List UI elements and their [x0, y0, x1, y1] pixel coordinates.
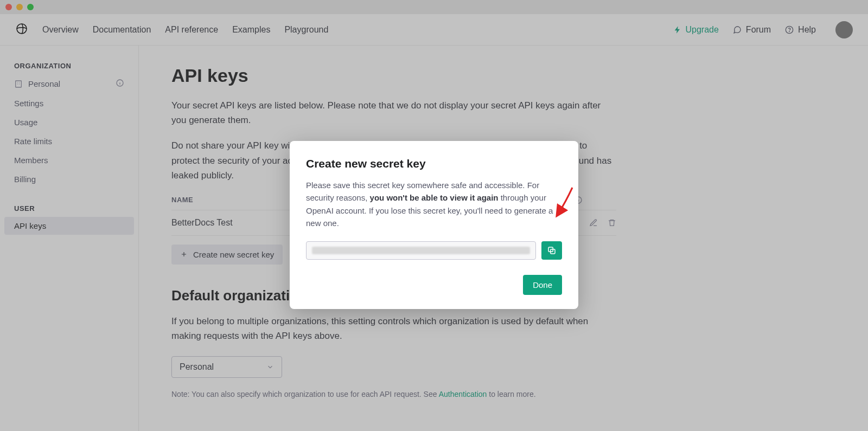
done-button[interactable]: Done: [523, 275, 562, 295]
modal-title: Create new secret key: [306, 157, 562, 170]
secret-key-field[interactable]: [306, 241, 536, 260]
copy-icon: [547, 246, 557, 255]
secret-key-redacted: [312, 247, 530, 254]
modal-description: Please save this secret key somewhere sa…: [306, 179, 562, 229]
copy-key-button[interactable]: [541, 241, 562, 260]
modal-overlay[interactable]: Create new secret key Please save this s…: [0, 0, 868, 431]
modal-text-bold: you won't be able to view it again: [370, 193, 499, 202]
create-key-modal: Create new secret key Please save this s…: [290, 141, 578, 309]
